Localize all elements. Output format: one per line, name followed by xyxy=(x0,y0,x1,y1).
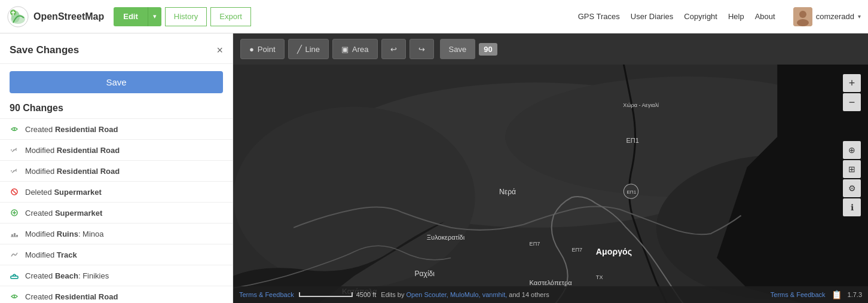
map-bottom-left: Terms & Feedback 4500 ft Edits by Open S… xyxy=(239,291,549,298)
edit-button[interactable]: Edit xyxy=(114,7,148,26)
terms-link-right[interactable]: Terms & Feedback xyxy=(771,291,826,298)
logo-area: OpenStreetMap xyxy=(7,6,104,27)
shop-delete-icon xyxy=(10,187,19,197)
line-label: Line xyxy=(305,45,320,54)
svg-text:Ραχίδι: Ραχίδι xyxy=(414,270,435,278)
list-item[interactable]: Created Residential Road xyxy=(0,119,233,140)
note-icon: 📋 xyxy=(832,290,842,299)
svg-text:ΕΠ7: ΕΠ7 xyxy=(571,247,582,253)
copyright-link[interactable]: Copyright xyxy=(684,12,717,21)
version-text: 1.7.3 xyxy=(848,291,862,298)
change-text: Modified Residential Road xyxy=(25,167,120,176)
shop-create-icon xyxy=(10,208,19,218)
map-save-button[interactable]: Save xyxy=(440,39,476,59)
zoom-in-button[interactable]: + xyxy=(843,74,861,92)
help-link[interactable]: Help xyxy=(728,12,744,21)
user-name: comzeradd xyxy=(816,12,854,21)
svg-rect-13 xyxy=(11,234,13,237)
user-dropdown-arrow: ▾ xyxy=(858,13,861,20)
gps-traces-link[interactable]: GPS Traces xyxy=(578,12,620,21)
undo-button[interactable]: ↩ xyxy=(381,39,406,59)
track-icon xyxy=(10,250,19,259)
list-item[interactable]: Created Residential Road xyxy=(0,286,233,303)
edits-users-link[interactable]: Open Scouter, MuloMulo, vanmhit, xyxy=(407,291,508,298)
user-diaries-link[interactable]: User Diaries xyxy=(631,12,674,21)
header-nav: GPS Traces User Diaries Copyright Help A… xyxy=(578,7,861,26)
svg-point-5 xyxy=(799,11,806,18)
logo-text: OpenStreetMap xyxy=(33,11,104,22)
changes-count: 90 Changes xyxy=(0,100,233,118)
change-text: Modified Ruins: Minoa xyxy=(25,229,104,238)
header-btn-group: Edit ▾ History Export xyxy=(114,7,251,26)
list-item[interactable]: Modified Ruins: Minoa xyxy=(0,224,233,244)
map-canvas[interactable]: ΕΠ1 Χώρα - Αεγιαλί Νερά Ξυλοκερατίδι Αμο… xyxy=(233,65,868,303)
avatar xyxy=(793,7,812,26)
road-modify-icon-2 xyxy=(10,166,19,176)
list-item[interactable]: Created Beach: Finikies xyxy=(0,265,233,286)
map-scale: 4500 ft xyxy=(299,291,377,298)
map-bottom-bar: Terms & Feedback 4500 ft Edits by Open S… xyxy=(233,286,868,303)
line-tool-button[interactable]: ╱ Line xyxy=(288,39,329,59)
info-button[interactable]: ℹ xyxy=(843,198,861,216)
list-item[interactable]: Modified Track xyxy=(0,244,233,265)
svg-text:ΕΠ7: ΕΠ7 xyxy=(530,241,540,247)
beach-icon xyxy=(10,271,19,280)
change-text: Created Residential Road xyxy=(25,125,118,134)
point-tool-button[interactable]: ● Point xyxy=(240,39,285,59)
area-label: Area xyxy=(352,45,368,54)
svg-text:Νερά: Νερά xyxy=(499,188,516,196)
main-content: Save Changes × Save 90 Changes Created R… xyxy=(0,33,868,303)
svg-text:ΕΠ1: ΕΠ1 xyxy=(626,137,639,144)
zoom-out-button[interactable]: − xyxy=(843,93,861,111)
svg-text:Αμοργός: Αμοργός xyxy=(596,247,632,256)
layers-button[interactable]: ⊞ xyxy=(843,160,861,178)
locate-button[interactable]: ⊕ xyxy=(843,141,861,159)
user-area[interactable]: comzeradd ▾ xyxy=(793,7,861,26)
edits-text: Edits by Open Scouter, MuloMulo, vanmhit… xyxy=(381,291,549,298)
svg-line-9 xyxy=(13,190,16,194)
svg-point-6 xyxy=(797,19,809,26)
map-area: ● Point ╱ Line ▣ Area ↩ ↪ Save 90 xyxy=(233,33,868,303)
line-icon: ╱ xyxy=(297,45,302,54)
list-item[interactable]: Modified Residential Road xyxy=(0,161,233,182)
list-item[interactable]: Created Supermarket xyxy=(0,203,233,224)
sidebar-header: Save Changes × xyxy=(0,33,233,64)
save-button[interactable]: Save xyxy=(10,71,223,93)
terms-link-left[interactable]: Terms & Feedback xyxy=(239,291,294,298)
scale-bar xyxy=(299,292,353,297)
list-item[interactable]: Deleted Supermarket xyxy=(0,182,233,203)
map-toolbar: ● Point ╱ Line ▣ Area ↩ ↪ Save 90 xyxy=(233,33,868,65)
edits-suffix: and 14 others xyxy=(509,291,549,298)
road-icon xyxy=(10,124,19,134)
svg-text:ΤΧ: ΤΧ xyxy=(596,274,603,280)
map-side-controls: ⊕ ⊞ ⚙ ℹ xyxy=(843,141,861,216)
settings-button[interactable]: ⚙ xyxy=(843,179,861,197)
edit-dropdown-button[interactable]: ▾ xyxy=(148,7,161,26)
close-button[interactable]: × xyxy=(216,45,223,56)
list-item[interactable]: Modified Residential Road xyxy=(0,140,233,161)
road-modify-icon xyxy=(10,145,19,155)
point-icon: ● xyxy=(249,45,254,54)
redo-button[interactable]: ↪ xyxy=(409,39,434,59)
about-link[interactable]: About xyxy=(755,12,775,21)
svg-rect-14 xyxy=(14,233,16,237)
change-text: Deleted Supermarket xyxy=(25,188,102,197)
header: OpenStreetMap Edit ▾ History Export GPS … xyxy=(0,0,868,33)
change-text: Modified Track xyxy=(25,250,77,259)
history-button[interactable]: History xyxy=(165,7,207,26)
change-list: Created Residential Road Modified Reside… xyxy=(0,118,233,303)
area-icon: ▣ xyxy=(341,45,349,54)
change-text: Created Supermarket xyxy=(25,209,102,218)
point-label: Point xyxy=(258,45,276,54)
ruins-icon xyxy=(10,229,19,238)
change-count-badge: 90 xyxy=(479,43,497,56)
change-text: Modified Residential Road xyxy=(25,146,120,155)
svg-text:Χώρα - Αεγιαλί: Χώρα - Αεγιαλί xyxy=(623,102,659,108)
scale-label: 4500 ft xyxy=(356,291,377,298)
sidebar-title: Save Changes xyxy=(10,44,79,56)
svg-rect-17 xyxy=(11,276,18,278)
export-button[interactable]: Export xyxy=(210,7,251,26)
area-tool-button[interactable]: ▣ Area xyxy=(332,39,377,59)
change-text: Created Beach: Finikies xyxy=(25,271,109,280)
road-create-icon-2 xyxy=(10,292,19,301)
